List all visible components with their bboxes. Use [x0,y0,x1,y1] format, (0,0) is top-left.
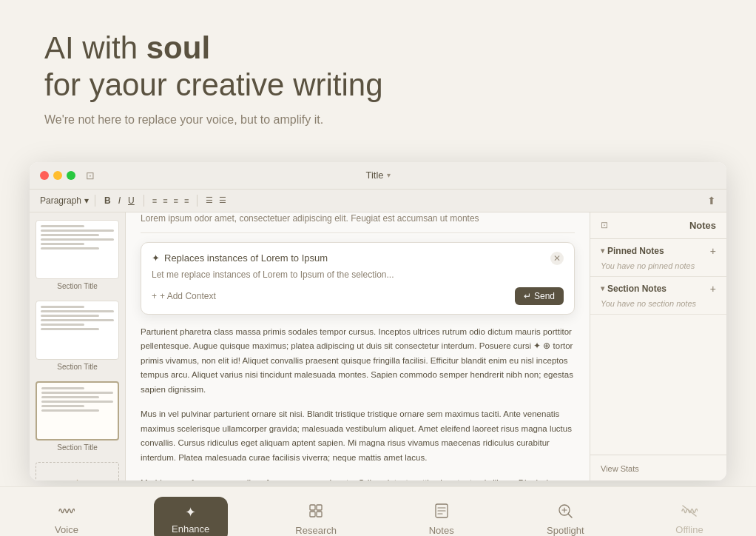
thumb-line [41,319,114,321]
thumb-line [41,315,99,317]
add-pinned-note-button[interactable]: + [710,245,716,257]
page-thumbnail-2 [36,301,119,360]
svg-line-9 [569,514,573,517]
thumb-line [41,234,99,236]
align-left-icon[interactable]: ≡ [150,195,159,207]
research-icon [308,503,323,522]
send-arrow-icon: ↵ [524,291,531,301]
voice-label: Voice [55,524,78,535]
bullet-list-icon[interactable]: ☰ [203,194,215,207]
window-title: Title [365,170,383,181]
align-group: ≡ ≡ ≡ ≡ [150,195,192,207]
page-label-2: Section Title [36,363,119,371]
ordered-list-icon[interactable]: ☰ [217,194,229,207]
add-section-button[interactable]: + New Section [36,462,119,480]
voice-button[interactable]: Voice [30,497,104,536]
list-group: ☰ ☰ [203,194,229,207]
ai-popup: ✦ Replaces instances of Lorem to Ipsum ✕… [141,242,575,315]
align-center-icon[interactable]: ≡ [161,195,169,207]
research-label: Research [295,525,337,536]
title-bar: ⊡ Title ▾ [30,162,726,190]
offline-button[interactable]: Offline [652,497,726,536]
align-justify-icon[interactable]: ≡ [182,195,191,207]
close-button[interactable] [40,171,49,180]
notes-footer: View Stats [590,455,726,480]
add-section-icon: + [36,462,119,480]
section-notes-header: ▾ Section Notes + [601,283,716,295]
text-format-group: B I U [101,194,138,207]
thumb-line [41,392,113,394]
editor-area[interactable]: Lorem ipsum odor amet, consectetuer adip… [126,212,590,480]
paragraph-chevron: ▾ [84,195,89,206]
list-item[interactable]: Section Title [36,301,119,371]
plus-icon: + [152,291,157,301]
ai-sparkle-icon: ✦ [152,252,160,264]
underline-button[interactable]: U [125,194,138,207]
list-item[interactable]: Section Title [36,220,119,290]
sidebar-toggle-icon[interactable]: ⊡ [86,170,95,181]
hero-section: AI with soul for yaour creative writing … [0,0,756,162]
notes-sidebar-toggle-icon[interactable]: ⊡ [601,220,608,230]
editor-paragraph-1: Parturient pharetra class massa primis s… [141,325,575,398]
share-icon[interactable]: ⬆ [707,195,716,207]
align-right-icon[interactable]: ≡ [172,195,180,207]
thumb-line [41,328,99,330]
paragraph-label: Paragraph [40,195,81,206]
italic-button[interactable]: I [115,194,124,207]
notes-button[interactable]: Notes [405,496,479,536]
spotlight-button[interactable]: Spotlight [528,496,602,536]
svg-rect-2 [310,512,315,517]
toolbar-divider-1 [95,195,95,207]
bold-button[interactable]: B [101,194,114,207]
section-notes-empty: You have no section notes [601,299,716,308]
pinned-notes-label: Pinned Notes [607,246,664,256]
traffic-lights [40,171,75,180]
svg-rect-1 [317,505,322,510]
thumb-line [41,401,113,403]
thumb-line [41,387,84,389]
thumb-line [41,324,84,326]
svg-rect-0 [310,505,315,510]
title-chevron[interactable]: ▾ [387,171,391,179]
hero-subtitle: We're not here to replace your voice, bu… [44,113,712,127]
view-stats-link[interactable]: View Stats [601,464,639,473]
app-window: ⊡ Title ▾ Paragraph ▾ B I U ≡ ≡ ≡ ≡ ☰ ☰ [30,162,726,480]
section-notes-section: ▾ Section Notes + You have no section no… [590,277,726,315]
editor-body[interactable]: Parturient pharetra class massa primis s… [141,325,575,480]
hero-title-line2: for yaour creative writing [44,67,383,102]
section-notes-title: ▾ Section Notes [601,284,666,294]
paragraph-selector[interactable]: Paragraph ▾ [40,195,89,206]
main-area: Section Title Section Title [30,212,726,480]
page-thumbnail-3 [36,381,119,440]
list-item[interactable]: Section Title [36,381,119,452]
enhance-button[interactable]: ✦ Enhance [154,497,228,536]
thumb-line [41,243,84,245]
notes-header: ⊡ Notes [590,212,726,239]
ai-popup-close-button[interactable]: ✕ [550,252,564,265]
enhance-label: Enhance [172,523,209,535]
add-context-button[interactable]: + + Add Context [152,291,216,301]
notes-title: Notes [689,220,716,231]
editor-paragraph-2: Mus in vel pulvinar parturient ornare si… [141,407,575,465]
send-button[interactable]: ↵ Send [515,287,564,305]
thumb-line [41,405,84,407]
add-section-note-button[interactable]: + [710,283,716,295]
ai-input-row: + + Add Context ↵ Send [152,287,564,305]
minimize-button[interactable] [53,171,62,180]
hero-title-bold: soul [146,30,210,65]
page-thumbnail-1 [36,220,119,279]
pinned-notes-header: ▾ Pinned Notes + [601,245,716,257]
thumb-line [41,247,99,249]
offline-label: Offline [675,524,703,535]
hero-title-prefix: AI with [44,30,146,65]
maximize-button[interactable] [67,171,75,180]
hero-title: AI with soul for yaour creative writing [44,30,712,104]
window-title-center: Title ▾ [365,170,390,181]
research-button[interactable]: Research [277,496,354,536]
thumb-line [41,409,99,412]
ai-popup-description: Let me replace instances of Lorem to Ips… [152,269,564,280]
send-label: Send [534,291,555,301]
enhance-icon: ✦ [185,504,196,520]
ai-popup-title: ✦ Replaces instances of Lorem to Ipsum [152,252,328,264]
spotlight-label: Spotlight [547,525,584,536]
